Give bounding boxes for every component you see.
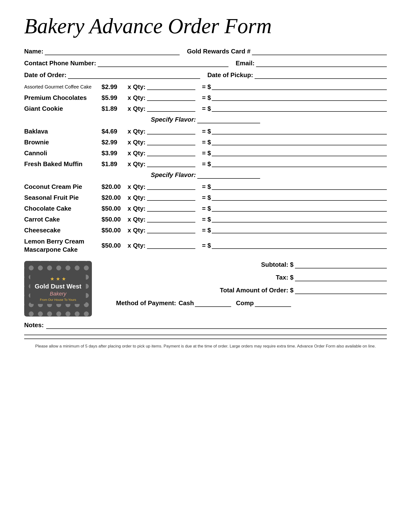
item-dollar: $ [207,128,211,135]
table-row: Premium Chocolates $5.99 x Qty: = $ [24,94,387,102]
table-row: Carrot Cake $50.00 x Qty: = $ [24,216,387,223]
item-dollar: $ [207,216,211,223]
item-eq: = [200,150,207,157]
table-row: Lemon Berry CreamMascarpone Cake $50.00 … [24,238,387,254]
name-line [45,48,180,55]
item-dollar: $ [207,205,211,212]
total-line [212,128,387,134]
qty-label: Qty: [133,205,146,212]
table-row: Seasonal Fruit Pie $20.00 x Qty: = $ [24,194,387,201]
table-row: Brownie $2.99 x Qty: = $ [24,139,387,146]
cash-line [195,301,231,307]
qty-line [147,216,195,222]
qty-label: Qty: [133,242,146,249]
qty-label: Qty: [133,105,146,113]
item-eq: = [200,183,207,190]
qty-label: Qty: [133,83,146,91]
subtotal-row: Subtotal: $ [116,261,387,268]
qty-line [147,128,195,134]
rewards-label: Gold Rewards Card # [187,48,251,55]
total-line [212,243,387,249]
item-price: $5.99 [102,94,126,102]
qty-line [147,95,195,101]
item-eq: = [200,194,207,201]
total-line [212,84,387,90]
qty-line [147,84,195,90]
qty-label: Qty: [133,94,146,102]
item-eq: = [200,128,207,135]
item-price: $50.00 [102,205,126,212]
item-eq: = [200,160,207,168]
tax-row: Tax: $ [116,274,387,281]
qty-label: Qty: [133,150,146,157]
name-label: Name: [24,48,43,55]
comp-line [255,301,291,307]
table-row: Cannoli $3.99 x Qty: = $ [24,150,387,157]
bottom-lines: Please allow a minimum of 5 days after p… [24,335,387,349]
item-x: x [126,139,133,146]
email-line [256,60,387,67]
total-line [212,205,387,212]
total-amount-line [295,288,387,294]
item-price: $50.00 [102,227,126,234]
total-line [212,161,387,167]
item-eq: = [200,83,207,91]
pickup-date-label: Date of Pickup: [207,71,253,79]
table-row: Cheesecake $50.00 x Qty: = $ [24,227,387,234]
qty-label: Qty: [133,128,146,135]
total-line [212,194,387,201]
table-row: Giant Cookie $1.89 x Qty: = $ [24,105,387,113]
pickup-date-line [255,72,387,79]
item-name: Carrot Cake [24,216,102,223]
item-price: $2.99 [102,83,126,91]
item-name: Lemon Berry CreamMascarpone Cake [24,238,102,254]
item-x: x [126,242,133,249]
item-price: $2.99 [102,139,126,146]
item-eq: = [200,139,207,146]
item-name: Fresh Baked Muffin [24,160,102,168]
item-x: x [126,150,133,157]
item-name: Seasonal Fruit Pie [24,194,102,201]
specify-label: Specify Flavor: [151,116,196,123]
qty-line [147,243,195,249]
qty-line [147,194,195,201]
logo-box: ★ ★ ★ Gold Dust West Bakery From Our Hou… [24,261,92,316]
item-price: $4.69 [102,128,126,135]
logo-text-sub: From Our House To Yours [35,298,81,302]
logo-inner: ★ ★ ★ Gold Dust West Bakery From Our Hou… [30,274,86,304]
specify-line [197,117,260,123]
qty-line [147,227,195,233]
name-row: Name: Gold Rewards Card # [24,48,387,55]
item-price: $50.00 [102,242,126,249]
item-price: $20.00 [102,194,126,201]
qty-line [147,183,195,190]
payment-label: Method of Payment: [116,299,176,307]
order-date-label: Date of Order: [24,71,66,79]
total-line [212,95,387,101]
rewards-line [252,48,387,55]
item-name: Coconut Cream Pie [24,183,102,190]
items-section: Assorted Gourmet Coffee Cake $2.99 x Qty… [24,83,387,254]
item-eq: = [200,94,207,102]
qty-label: Qty: [133,227,146,234]
item-x: x [126,216,133,223]
qty-line [147,139,195,145]
tax-label: Tax: $ [276,274,293,281]
item-price: $50.00 [102,216,126,223]
item-price: $1.89 [102,105,126,113]
logo-stars: ★ ★ ★ [35,276,81,282]
total-line [212,105,387,112]
phone-row: Contact Phone Number: Email: [24,59,387,67]
total-line [212,183,387,190]
item-eq: = [200,205,207,212]
table-row: Chocolate Cake $50.00 x Qty: = $ [24,205,387,212]
item-x: x [126,227,133,234]
bottom-section: ★ ★ ★ Gold Dust West Bakery From Our Hou… [24,261,387,316]
qty-label: Qty: [133,139,146,146]
item-x: x [126,128,133,135]
item-eq: = [200,242,207,249]
order-date-line [68,72,200,79]
phone-line [98,60,228,67]
item-x: x [126,160,133,168]
item-dollar: $ [207,150,211,157]
